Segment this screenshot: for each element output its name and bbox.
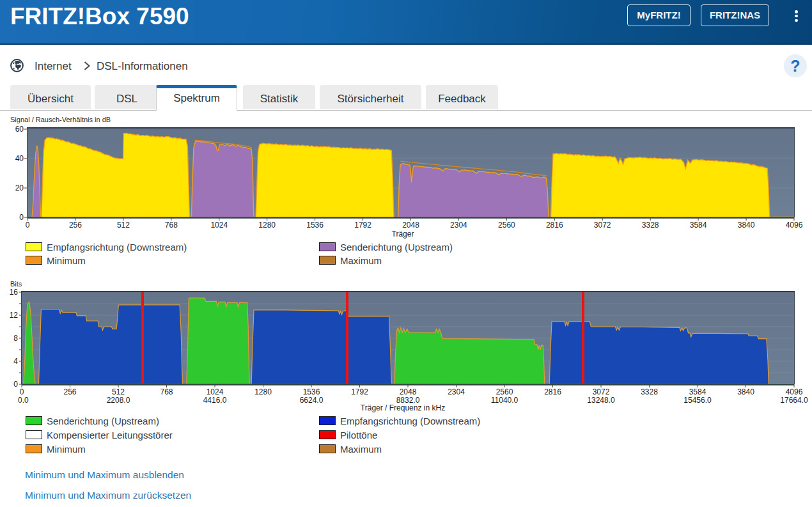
svg-text:4: 4 [13, 357, 18, 366]
svg-text:16: 16 [10, 288, 19, 297]
svg-text:1536: 1536 [303, 387, 320, 396]
svg-text:512: 512 [117, 221, 130, 230]
svg-text:2208.0: 2208.0 [107, 396, 130, 405]
svg-text:2560: 2560 [496, 387, 513, 396]
svg-text:1280: 1280 [254, 387, 272, 396]
svg-text:1792: 1792 [351, 387, 368, 396]
svg-text:40: 40 [15, 154, 24, 163]
svg-text:1280: 1280 [258, 221, 276, 230]
svg-text:Träger / Frequenz in kHz: Träger / Frequenz in kHz [361, 403, 445, 412]
svg-text:4096: 4096 [786, 221, 803, 230]
svg-text:20: 20 [15, 183, 24, 192]
svg-text:768: 768 [160, 387, 173, 396]
svg-text:3584: 3584 [690, 221, 707, 230]
svg-text:2304: 2304 [450, 221, 467, 230]
svg-text:2560: 2560 [498, 221, 515, 230]
svg-text:2048: 2048 [400, 387, 417, 396]
svg-text:6624.0: 6624.0 [300, 396, 324, 405]
svg-text:4096: 4096 [786, 387, 803, 396]
svg-text:0: 0 [13, 380, 18, 389]
svg-text:60: 60 [15, 125, 24, 134]
svg-text:12: 12 [10, 311, 19, 320]
svg-text:1024: 1024 [210, 221, 228, 230]
svg-text:2816: 2816 [546, 221, 563, 230]
svg-text:1792: 1792 [354, 221, 371, 230]
svg-text:2816: 2816 [544, 387, 561, 396]
svg-text:2304: 2304 [448, 387, 465, 396]
svg-text:Träger: Träger [392, 230, 414, 238]
svg-text:3328: 3328 [642, 221, 659, 230]
svg-text:512: 512 [112, 387, 125, 396]
svg-text:3072: 3072 [593, 387, 610, 396]
svg-text:768: 768 [165, 221, 178, 230]
svg-text:3328: 3328 [641, 387, 658, 396]
svg-text:3840: 3840 [738, 221, 755, 230]
svg-text:256: 256 [69, 221, 82, 230]
svg-text:0: 0 [19, 213, 24, 222]
svg-text:1536: 1536 [306, 221, 324, 230]
svg-text:11040.0: 11040.0 [491, 396, 519, 405]
svg-text:0.0: 0.0 [18, 396, 29, 405]
svg-text:3584: 3584 [689, 387, 707, 396]
svg-text:0: 0 [20, 387, 24, 396]
svg-text:Signal / Rausch-Verhältnis in: Signal / Rausch-Verhältnis in dB [10, 116, 111, 123]
svg-text:4416.0: 4416.0 [203, 396, 227, 405]
svg-text:17664.0: 17664.0 [780, 396, 808, 405]
svg-text:8: 8 [13, 334, 18, 343]
svg-text:15456.0: 15456.0 [683, 396, 712, 405]
svg-text:13248.0: 13248.0 [587, 396, 615, 405]
svg-text:0: 0 [26, 221, 30, 230]
svg-text:3072: 3072 [594, 221, 611, 230]
svg-text:256: 256 [63, 387, 76, 396]
svg-text:3840: 3840 [737, 387, 754, 396]
svg-text:1024: 1024 [207, 387, 224, 396]
svg-text:Bits: Bits [10, 281, 22, 288]
svg-text:2048: 2048 [402, 221, 419, 230]
